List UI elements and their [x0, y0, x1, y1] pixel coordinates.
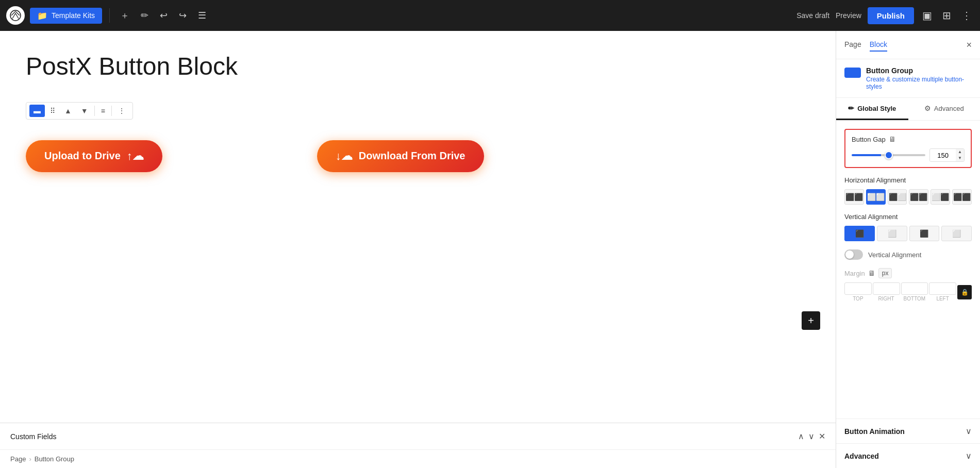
margin-top-label: TOP [853, 296, 863, 302]
h-align-btn-3[interactable]: ⬛⬛ [909, 189, 928, 205]
h-align-btn-4[interactable]: ⬜⬛ [931, 189, 950, 205]
download-icon: ↓☁ [336, 149, 353, 163]
margin-lock-button[interactable]: 🔒 [957, 285, 972, 299]
template-kits-icon: 📁 [37, 11, 47, 21]
template-kits-button[interactable]: 📁 Template Kits [30, 8, 102, 24]
tab-page[interactable]: Page [844, 38, 861, 52]
margin-label-row: Margin 🖥 px [844, 268, 972, 278]
more-options-button[interactable]: ⋮ [959, 7, 974, 24]
margin-right-label: RIGHT [878, 296, 894, 302]
margin-bottom-label: BOTTOM [904, 296, 926, 302]
button-gap-section: Button Gap 🖥 150 ▲ ▼ [844, 129, 972, 168]
h-align-row: ⬛⬛ ⬜⬜ ⬛⬜ ⬛⬛ ⬜⬛ ⬛⬛ [844, 189, 972, 205]
button-animation-header[interactable]: Button Animation ∨ [836, 419, 980, 443]
collapse-down-button[interactable]: ∨ [808, 431, 815, 441]
block-toolbar: ▬ ⠿ ▲ ▼ ≡ ⋮ [26, 102, 133, 120]
center-icon: ≡ [101, 107, 105, 115]
button-animation-accordion: Button Animation ∨ [836, 419, 980, 443]
view-toggle-button[interactable]: ▣ [920, 7, 934, 24]
add-block-button[interactable]: ＋ [117, 6, 132, 25]
h-align-btn-2[interactable]: ⬛⬜ [888, 189, 907, 205]
margin-right-wrap: RIGHT [873, 282, 900, 302]
gear-icon: ⚙ [924, 104, 931, 112]
breadcrumb-page: Page [10, 455, 26, 463]
toggle-knob [845, 250, 854, 259]
h-align-icon-5: ⬛⬛ [953, 193, 971, 201]
upload-to-drive-button[interactable]: Upload to Drive ↑☁ [26, 140, 162, 172]
v-align-btn-3[interactable]: ⬜ [941, 226, 972, 241]
tab-block-label: Block [870, 40, 887, 48]
advanced-header[interactable]: Advanced ∨ [836, 444, 980, 468]
view-icon: ▣ [922, 10, 932, 21]
button-animation-title: Button Animation [844, 427, 905, 436]
gap-input-wrap: 150 ▲ ▼ [929, 148, 965, 162]
save-draft-button[interactable]: Save draft [796, 11, 829, 20]
vertical-alignment-toggle[interactable] [844, 249, 863, 260]
gap-spin-down[interactable]: ▼ [956, 155, 964, 161]
block-tool-more[interactable]: ⋮ [114, 105, 129, 117]
publish-button[interactable]: Publish [868, 7, 914, 24]
dismiss-button[interactable]: ✕ [819, 431, 825, 441]
buttons-row: Upload to Drive ↑☁ ↓☁ Download From Driv… [26, 140, 810, 172]
vertical-alignment-section: Vertical Alignment ⬛ ⬜ ⬛ ⬜ [844, 213, 972, 241]
margin-unit: px [878, 268, 892, 278]
main-layout: PostX Button Block ▬ ⠿ ▲ ▼ ≡ [0, 31, 980, 468]
tab-block[interactable]: Block [870, 38, 887, 52]
v-align-btn-1[interactable]: ⬜ [877, 226, 907, 241]
margin-top-input[interactable] [844, 282, 872, 295]
v-align-btn-0[interactable]: ⬛ [844, 226, 875, 241]
horizontal-alignment-label: Horizontal Alignment [844, 176, 972, 184]
h-align-btn-1[interactable]: ⬜⬜ [866, 189, 886, 205]
block-tool-down[interactable]: ▼ [77, 105, 92, 117]
edit-button[interactable]: ✏ [138, 7, 152, 24]
animation-chevron-icon: ∨ [966, 426, 972, 436]
custom-fields-header[interactable]: Custom Fields ∧ ∨ ✕ [0, 423, 836, 450]
page-title: PostX Button Block [26, 52, 810, 81]
block-tool-center[interactable]: ≡ [97, 105, 109, 117]
gap-spin-up[interactable]: ▲ [956, 149, 964, 155]
drag-icon: ⠿ [50, 107, 55, 115]
margin-bottom-input[interactable] [901, 282, 928, 295]
gap-input[interactable]: 150 [930, 149, 956, 161]
tab-advanced[interactable]: ⚙ Advanced [908, 98, 981, 120]
download-from-drive-button[interactable]: ↓☁ Download From Drive [317, 140, 484, 172]
h-align-text: Horizontal Alignment [844, 176, 906, 184]
margin-right-input[interactable] [873, 282, 900, 295]
gap-slider[interactable] [852, 154, 925, 156]
v-align-btn-2[interactable]: ⬛ [909, 226, 940, 241]
h-align-icon-2: ⬛⬜ [889, 193, 906, 201]
global-style-label: Global Style [857, 105, 896, 112]
block-description: Create & customize multiple button-style… [866, 76, 972, 90]
canvas-add-block-button[interactable]: + [802, 311, 820, 330]
block-nav-button[interactable]: ⊞ [940, 7, 953, 24]
panel-close-button[interactable]: × [966, 40, 972, 51]
block-tool-drag[interactable]: ⠿ [46, 105, 59, 117]
menu-button[interactable]: ☰ [195, 7, 209, 24]
collapse-up-button[interactable]: ∧ [798, 431, 804, 441]
breadcrumb-separator: › [29, 455, 31, 463]
right-panel: Page Block × Button Group Create & custo… [836, 31, 980, 468]
advanced-title: Advanced [844, 452, 879, 460]
undo-button[interactable]: ↩ [157, 7, 171, 24]
margin-monitor-icon: 🖥 [868, 269, 875, 277]
breadcrumb: Page › Button Group [0, 450, 836, 468]
h-align-btn-0[interactable]: ⬛⬛ [844, 189, 864, 205]
canvas-area: PostX Button Block ▬ ⠿ ▲ ▼ ≡ [0, 31, 836, 468]
custom-fields-icons: ∧ ∨ ✕ [798, 431, 825, 441]
toolbar-sep [94, 106, 95, 116]
gap-spinners: ▲ ▼ [956, 149, 964, 161]
block-tool-up[interactable]: ▲ [60, 105, 76, 117]
h-align-icon-0: ⬛⬛ [845, 193, 863, 201]
margin-top-wrap: TOP [844, 282, 872, 302]
tab-page-label: Page [844, 40, 861, 48]
preview-button[interactable]: Preview [836, 11, 861, 20]
wp-logo [6, 6, 25, 25]
canvas-content: PostX Button Block ▬ ⠿ ▲ ▼ ≡ [0, 31, 836, 423]
margin-left-input[interactable] [929, 282, 956, 295]
block-nav-icon: ⊞ [942, 10, 951, 21]
topbar: 📁 Template Kits ＋ ✏ ↩ ↪ ☰ Save draft Pre… [0, 0, 980, 31]
redo-button[interactable]: ↪ [176, 7, 190, 24]
h-align-btn-5[interactable]: ⬛⬛ [952, 189, 972, 205]
block-tool-align[interactable]: ▬ [29, 105, 45, 117]
tab-global-style[interactable]: ✏ Global Style [836, 98, 908, 120]
